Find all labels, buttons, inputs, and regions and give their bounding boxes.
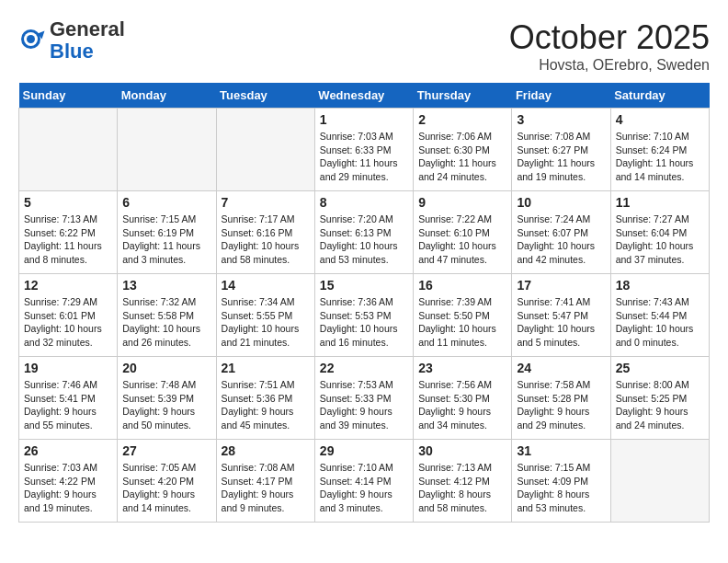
calendar-week-row: 26Sunrise: 7:03 AMSunset: 4:22 PMDayligh…	[19, 440, 710, 523]
day-detail: Sunrise: 7:32 AMSunset: 5:58 PMDaylight:…	[122, 295, 210, 350]
day-detail: Sunrise: 7:15 AMSunset: 4:09 PMDaylight:…	[517, 461, 605, 515]
day-number: 6	[122, 195, 210, 210]
day-detail: Sunrise: 7:05 AMSunset: 4:20 PMDaylight:…	[122, 461, 210, 515]
day-number: 8	[320, 195, 408, 210]
calendar-cell: 7Sunrise: 7:17 AMSunset: 6:16 PMDaylight…	[216, 191, 314, 274]
day-detail: Sunrise: 7:36 AMSunset: 5:53 PMDaylight:…	[320, 295, 408, 350]
title-block: October 2025 Hovsta, OErebro, Sweden	[509, 18, 710, 74]
column-header-friday: Friday	[512, 83, 610, 109]
day-detail: Sunrise: 7:15 AMSunset: 6:19 PMDaylight:…	[122, 213, 210, 267]
day-detail: Sunrise: 7:08 AMSunset: 6:27 PMDaylight:…	[517, 130, 605, 184]
day-number: 24	[517, 361, 605, 375]
day-number: 22	[320, 361, 408, 375]
day-number: 5	[24, 195, 112, 210]
day-detail: Sunrise: 7:13 AMSunset: 6:22 PMDaylight:…	[24, 213, 112, 267]
calendar-cell: 12Sunrise: 7:29 AMSunset: 6:01 PMDayligh…	[19, 274, 118, 357]
day-number: 26	[24, 443, 112, 458]
column-header-monday: Monday	[118, 83, 216, 109]
day-number: 16	[418, 278, 506, 293]
day-detail: Sunrise: 7:56 AMSunset: 5:30 PMDaylight:…	[418, 378, 506, 432]
calendar-cell: 5Sunrise: 7:13 AMSunset: 6:22 PMDaylight…	[19, 191, 118, 274]
column-header-wednesday: Wednesday	[314, 83, 413, 109]
day-detail: Sunrise: 8:00 AMSunset: 5:25 PMDaylight:…	[616, 378, 704, 432]
svg-point-2	[27, 35, 35, 43]
calendar-cell: 21Sunrise: 7:51 AMSunset: 5:36 PMDayligh…	[216, 357, 314, 440]
day-number: 1	[320, 112, 408, 127]
column-header-thursday: Thursday	[414, 83, 512, 109]
day-detail: Sunrise: 7:34 AMSunset: 5:55 PMDaylight:…	[222, 295, 310, 350]
day-number: 15	[320, 278, 408, 293]
calendar-cell: 8Sunrise: 7:20 AMSunset: 6:13 PMDaylight…	[314, 191, 413, 274]
day-detail: Sunrise: 7:46 AMSunset: 5:41 PMDaylight:…	[24, 378, 112, 432]
calendar-cell: 29Sunrise: 7:10 AMSunset: 4:14 PMDayligh…	[314, 440, 413, 523]
calendar-week-row: 19Sunrise: 7:46 AMSunset: 5:41 PMDayligh…	[19, 357, 710, 440]
logo: General Blue	[18, 18, 125, 63]
calendar-cell: 22Sunrise: 7:53 AMSunset: 5:33 PMDayligh…	[314, 357, 413, 440]
logo-icon	[18, 27, 46, 54]
calendar-cell: 25Sunrise: 8:00 AMSunset: 5:25 PMDayligh…	[610, 357, 709, 440]
day-detail: Sunrise: 7:08 AMSunset: 4:17 PMDaylight:…	[222, 461, 310, 515]
calendar-cell: 20Sunrise: 7:48 AMSunset: 5:39 PMDayligh…	[118, 357, 216, 440]
calendar-cell: 14Sunrise: 7:34 AMSunset: 5:55 PMDayligh…	[216, 274, 314, 357]
calendar-cell: 27Sunrise: 7:05 AMSunset: 4:20 PMDayligh…	[118, 440, 216, 523]
calendar-cell: 4Sunrise: 7:10 AMSunset: 6:24 PMDaylight…	[610, 109, 709, 191]
calendar-cell	[216, 109, 314, 191]
day-number: 11	[616, 195, 704, 210]
day-number: 10	[517, 195, 605, 210]
day-number: 19	[24, 361, 112, 375]
calendar-cell: 24Sunrise: 7:58 AMSunset: 5:28 PMDayligh…	[512, 357, 610, 440]
day-number: 31	[517, 443, 605, 458]
calendar-cell: 11Sunrise: 7:27 AMSunset: 6:04 PMDayligh…	[610, 191, 709, 274]
day-number: 23	[418, 361, 506, 375]
day-detail: Sunrise: 7:43 AMSunset: 5:44 PMDaylight:…	[616, 295, 704, 350]
day-detail: Sunrise: 7:27 AMSunset: 6:04 PMDaylight:…	[616, 213, 704, 267]
calendar-week-row: 1Sunrise: 7:03 AMSunset: 6:33 PMDaylight…	[19, 109, 710, 191]
day-detail: Sunrise: 7:58 AMSunset: 5:28 PMDaylight:…	[517, 378, 605, 432]
calendar-cell: 18Sunrise: 7:43 AMSunset: 5:44 PMDayligh…	[610, 274, 709, 357]
calendar-table: SundayMondayTuesdayWednesdayThursdayFrid…	[18, 83, 710, 523]
calendar-header-row: SundayMondayTuesdayWednesdayThursdayFrid…	[19, 83, 710, 109]
calendar-cell	[610, 440, 709, 523]
day-detail: Sunrise: 7:24 AMSunset: 6:07 PMDaylight:…	[517, 213, 605, 267]
calendar-cell: 15Sunrise: 7:36 AMSunset: 5:53 PMDayligh…	[314, 274, 413, 357]
day-detail: Sunrise: 7:29 AMSunset: 6:01 PMDaylight:…	[24, 295, 112, 350]
day-detail: Sunrise: 7:22 AMSunset: 6:10 PMDaylight:…	[418, 213, 506, 267]
day-number: 7	[222, 195, 310, 210]
calendar-cell	[19, 109, 118, 191]
calendar-cell: 3Sunrise: 7:08 AMSunset: 6:27 PMDaylight…	[512, 109, 610, 191]
day-detail: Sunrise: 7:17 AMSunset: 6:16 PMDaylight:…	[222, 213, 310, 267]
calendar-cell: 6Sunrise: 7:15 AMSunset: 6:19 PMDaylight…	[118, 191, 216, 274]
calendar-cell: 9Sunrise: 7:22 AMSunset: 6:10 PMDaylight…	[414, 191, 512, 274]
column-header-tuesday: Tuesday	[216, 83, 314, 109]
calendar-cell: 31Sunrise: 7:15 AMSunset: 4:09 PMDayligh…	[512, 440, 610, 523]
day-detail: Sunrise: 7:41 AMSunset: 5:47 PMDaylight:…	[517, 295, 605, 350]
calendar-cell: 1Sunrise: 7:03 AMSunset: 6:33 PMDaylight…	[314, 109, 413, 191]
calendar-week-row: 12Sunrise: 7:29 AMSunset: 6:01 PMDayligh…	[19, 274, 710, 357]
day-detail: Sunrise: 7:06 AMSunset: 6:30 PMDaylight:…	[418, 130, 506, 184]
day-number: 17	[517, 278, 605, 293]
calendar-cell: 23Sunrise: 7:56 AMSunset: 5:30 PMDayligh…	[414, 357, 512, 440]
day-number: 18	[616, 278, 704, 293]
calendar-cell: 28Sunrise: 7:08 AMSunset: 4:17 PMDayligh…	[216, 440, 314, 523]
day-detail: Sunrise: 7:39 AMSunset: 5:50 PMDaylight:…	[418, 295, 506, 350]
day-detail: Sunrise: 7:51 AMSunset: 5:36 PMDaylight:…	[222, 378, 310, 432]
day-number: 4	[616, 112, 704, 127]
day-detail: Sunrise: 7:13 AMSunset: 4:12 PMDaylight:…	[418, 461, 506, 515]
calendar-cell	[118, 109, 216, 191]
day-number: 9	[418, 195, 506, 210]
calendar-cell: 26Sunrise: 7:03 AMSunset: 4:22 PMDayligh…	[19, 440, 118, 523]
month-title: October 2025	[509, 18, 710, 57]
day-detail: Sunrise: 7:03 AMSunset: 4:22 PMDaylight:…	[24, 461, 112, 515]
column-header-sunday: Sunday	[19, 83, 118, 109]
day-detail: Sunrise: 7:03 AMSunset: 6:33 PMDaylight:…	[320, 130, 408, 184]
day-detail: Sunrise: 7:53 AMSunset: 5:33 PMDaylight:…	[320, 378, 408, 432]
location: Hovsta, OErebro, Sweden	[509, 57, 710, 74]
day-number: 12	[24, 278, 112, 293]
calendar-cell: 2Sunrise: 7:06 AMSunset: 6:30 PMDaylight…	[414, 109, 512, 191]
logo-general-text: General	[50, 17, 125, 40]
day-number: 3	[517, 112, 605, 127]
page-header: General Blue October 2025 Hovsta, OErebr…	[18, 18, 710, 74]
day-number: 27	[122, 443, 210, 458]
day-number: 13	[122, 278, 210, 293]
column-header-saturday: Saturday	[610, 83, 709, 109]
